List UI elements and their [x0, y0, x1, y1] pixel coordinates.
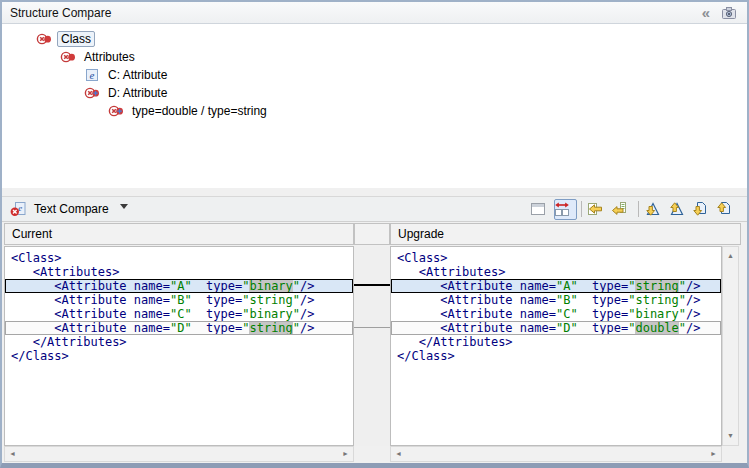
diff-connector-strip — [354, 246, 390, 446]
ancestor-pane-button[interactable] — [530, 199, 553, 220]
next-difference-button[interactable] — [644, 199, 667, 220]
camera-icon — [721, 5, 737, 21]
code-token: "string" — [242, 293, 300, 307]
code-line[interactable]: </Attributes> — [391, 335, 721, 349]
left-pane-title: Current — [12, 227, 52, 241]
code-token: type= — [192, 279, 243, 293]
previous-difference-button[interactable] — [668, 199, 691, 220]
tree-item[interactable]: Attributes — [2, 48, 747, 66]
right-code-pane[interactable]: <Class> <Attributes> <Attribute name="A"… — [390, 246, 722, 446]
code-token: "binary" — [242, 307, 300, 321]
code-line[interactable]: </Attributes> — [5, 335, 353, 349]
change-diff-line[interactable]: <Attribute name="D" type="string"/> — [5, 321, 353, 335]
code-token: "D" — [170, 321, 192, 335]
code-token: "B" — [170, 293, 192, 307]
compare-editor: Structure Compare « ClassAttributeseC: A… — [0, 0, 749, 468]
copy-all-right-to-left-icon — [587, 201, 603, 217]
vertical-scrollbar[interactable]: ▲ ▼ — [722, 246, 739, 446]
code-line[interactable]: <Attributes> — [391, 265, 721, 279]
diff-plus-icon — [108, 103, 124, 119]
structure-compare-header: Structure Compare « — [2, 2, 747, 24]
code-line[interactable]: <Attribute name="B" type="string"/> — [391, 293, 721, 307]
toolbar-separator — [581, 201, 582, 217]
code-token: <Attributes> — [397, 265, 505, 279]
code-token: binary — [249, 279, 292, 293]
code-token: string — [635, 279, 678, 293]
selected-diff-line[interactable]: <Attribute name="A" type="string"/> — [391, 279, 721, 293]
code-token: "A" — [170, 279, 192, 293]
copy-all-right-to-left-button[interactable] — [587, 199, 610, 220]
previous-difference-icon — [668, 201, 684, 217]
code-line[interactable]: </Class> — [5, 349, 353, 363]
tree-item-label: C: Attribute — [105, 68, 170, 82]
code-token: /> — [300, 293, 314, 307]
code-token: "C" — [170, 307, 192, 321]
next-difference-icon — [644, 201, 660, 217]
selected-diff-connector — [354, 284, 390, 286]
code-token: " — [293, 279, 300, 293]
structure-toolbar: « — [691, 4, 739, 22]
code-token: type= — [578, 279, 629, 293]
scroll-left-button[interactable]: ◄ — [5, 447, 20, 461]
code-token: /> — [686, 293, 700, 307]
tree-item[interactable]: eC: Attribute — [2, 66, 747, 84]
code-token: <Attribute name= — [11, 321, 170, 335]
double-chevron-icon: « — [702, 5, 708, 21]
pane-headers: Current Upgrade — [2, 222, 747, 246]
previous-change-button[interactable] — [716, 199, 739, 220]
tree-item[interactable]: type=double / type=string — [2, 102, 747, 120]
scroll-up-button[interactable]: ▲ — [723, 249, 738, 263]
scroll-right-button[interactable]: ► — [706, 447, 721, 461]
code-token: "B" — [556, 293, 578, 307]
code-token: <Attribute name= — [397, 307, 556, 321]
code-token: type= — [192, 321, 243, 335]
text-compare-header: e Text Compare — [2, 196, 747, 222]
two-way-layout-button[interactable] — [554, 199, 577, 220]
code-token: </Class> — [397, 349, 455, 363]
code-line[interactable]: <Attribute name="C" type="binary"/> — [5, 307, 353, 321]
scroll-left-button[interactable]: ◄ — [391, 447, 406, 461]
element-e-icon: e — [84, 67, 100, 83]
change-diff-line[interactable]: <Attribute name="D" type="double"/> — [391, 321, 721, 335]
code-token: /> — [300, 307, 314, 321]
copy-current-right-to-left-button[interactable] — [611, 199, 634, 220]
code-line[interactable]: <Attribute name="B" type="string"/> — [5, 293, 353, 307]
ancestor-pane-icon — [530, 201, 546, 217]
code-token: /> — [300, 321, 314, 335]
code-line[interactable]: <Attributes> — [5, 265, 353, 279]
tree-item-label: Class — [57, 31, 95, 47]
code-token: /> — [300, 279, 314, 293]
code-line[interactable]: <Attribute name="C" type="binary"/> — [391, 307, 721, 321]
code-token: <Attribute name= — [11, 293, 170, 307]
code-token: "binary" — [628, 307, 686, 321]
right-horizontal-scrollbar[interactable]: ◄ ► — [390, 446, 722, 462]
code-token: "D" — [556, 321, 578, 335]
code-token: "A" — [556, 279, 578, 293]
change-diff-connector — [354, 327, 390, 328]
scroll-right-button[interactable]: ► — [338, 447, 353, 461]
left-pane-header: Current — [4, 223, 354, 245]
code-line[interactable]: </Class> — [391, 349, 721, 363]
scroll-down-button[interactable]: ▼ — [723, 429, 738, 443]
text-compare-menu-button[interactable] — [119, 201, 143, 217]
left-horizontal-scrollbar[interactable]: ◄ ► — [4, 446, 354, 462]
code-line[interactable]: <Class> — [5, 251, 353, 265]
tree-item[interactable]: D: Attribute — [2, 84, 747, 102]
code-token: " — [679, 279, 686, 293]
left-code-pane[interactable]: <Class> <Attributes> <Attribute name="A"… — [4, 246, 354, 446]
selected-diff-line[interactable]: <Attribute name="A" type="binary"/> — [5, 279, 353, 293]
tree-item[interactable]: Class — [2, 30, 747, 48]
toolbar-separator — [638, 201, 639, 217]
code-token: <Attribute name= — [397, 279, 556, 293]
horizontal-splitter[interactable] — [2, 188, 747, 196]
compare-body: <Class> <Attributes> <Attribute name="A"… — [2, 246, 747, 446]
code-line[interactable]: <Class> — [391, 251, 721, 265]
camera-button[interactable] — [719, 4, 739, 22]
dropdown-arrow-icon — [119, 201, 135, 217]
double-chevron-button[interactable]: « — [695, 4, 715, 22]
compare-toolbar — [529, 199, 739, 220]
two-way-layout-icon — [554, 201, 570, 217]
tree-item-label: Attributes — [81, 50, 138, 64]
next-change-button[interactable] — [692, 199, 715, 220]
copy-current-right-to-left-icon — [611, 201, 627, 217]
